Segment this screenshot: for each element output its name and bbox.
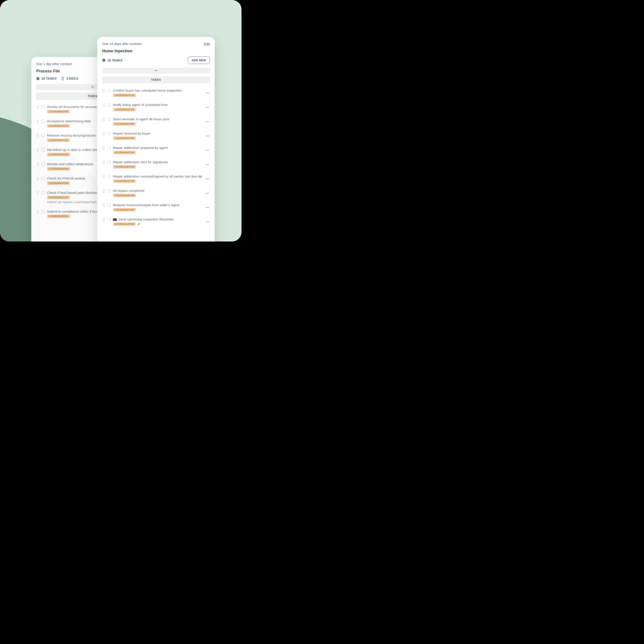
task-more-menu[interactable]: ••• (204, 220, 209, 223)
task-row: All repairs completedCOORDINATOR••• (103, 186, 209, 200)
role-tag: COORDINATOR (47, 124, 70, 128)
role-tag: COORDINATOR (47, 196, 70, 199)
check-circle-icon (102, 59, 106, 62)
task-body: All repairs completedCOORDINATOR (113, 189, 202, 197)
task-row: Repair addendum sent for signaturesCOORD… (103, 157, 209, 172)
task-more-menu[interactable]: ••• (204, 134, 209, 138)
task-checkbox[interactable] (42, 210, 45, 213)
task-row: Notify listing agent of scheduled timeCO… (103, 100, 209, 114)
chevron-up-icon (155, 70, 157, 72)
docs-count: 3 DOCS (61, 77, 78, 80)
drag-handle-icon[interactable] (103, 175, 105, 179)
leaf-icon (137, 222, 140, 226)
role-tag: COORDINATOR (47, 153, 70, 156)
chevron-up-icon (91, 86, 94, 88)
task-more-menu[interactable]: ••• (204, 163, 209, 166)
role-tag: COORDINATOR (47, 167, 70, 171)
task-title: Send reminder to agent 48 hours prior (113, 117, 202, 121)
drag-handle-icon[interactable] (37, 210, 39, 214)
tasks-count-label: 10 TASKS (107, 59, 123, 62)
task-more-menu[interactable]: ••• (204, 106, 209, 109)
task-more-menu[interactable]: ••• (204, 120, 209, 123)
docs-count-label: 3 DOCS (66, 77, 78, 80)
role-tag: COORDINATOR (113, 122, 136, 126)
task-body: Confirm buyer has scheduled home inspect… (113, 89, 202, 97)
task-checkbox[interactable] (42, 177, 45, 180)
task-checkbox[interactable] (108, 146, 111, 149)
tasks-count: 10 TASKS (102, 59, 123, 62)
drag-handle-icon[interactable] (103, 161, 105, 165)
role-tag: COORDINATOR (47, 110, 70, 113)
drag-handle-icon[interactable] (103, 189, 105, 193)
task-more-menu[interactable]: ••• (204, 148, 209, 152)
drag-handle-icon[interactable] (103, 89, 105, 93)
task-checkbox[interactable] (42, 105, 45, 108)
task-checkbox[interactable] (108, 132, 111, 135)
drag-handle-icon[interactable] (103, 218, 105, 222)
drag-handle-icon[interactable] (37, 191, 39, 195)
drag-handle-icon[interactable] (37, 106, 39, 110)
document-icon (61, 77, 64, 80)
task-title: Report received by buyer (113, 131, 202, 135)
role-tag: COORDINATOR (47, 138, 70, 142)
drag-handle-icon[interactable] (103, 204, 105, 208)
task-checkbox[interactable] (42, 163, 45, 166)
task-checkbox[interactable] (42, 191, 45, 194)
task-title: Notify listing agent of scheduled time (113, 103, 202, 107)
task-checkbox[interactable] (108, 189, 111, 192)
task-checkbox[interactable] (42, 148, 45, 151)
task-row: Send Upcoming Inspection ReminderCOORDIN… (103, 215, 209, 229)
task-title: All repairs completed (113, 189, 202, 193)
task-row: Repair addendum received/signed by all p… (103, 172, 209, 186)
drag-handle-icon[interactable] (37, 120, 39, 124)
role-tag: COORDINATOR (113, 151, 136, 154)
task-checkbox[interactable] (108, 103, 111, 106)
task-checkbox[interactable] (42, 134, 45, 137)
tasks-section-header: TASKS (102, 76, 210, 83)
task-body: Notify listing agent of scheduled timeCO… (113, 103, 202, 111)
task-body: Repair addendum sent for signaturesCOORD… (113, 160, 202, 169)
drag-handle-icon[interactable] (103, 132, 105, 136)
task-title: Repair addendum prepared by agent (113, 146, 202, 150)
svg-point-1 (102, 59, 105, 62)
task-checkbox[interactable] (108, 89, 111, 92)
collapse-toggle[interactable] (102, 68, 210, 73)
card-home-inspection: Due 14 days after contract Edit Home Inp… (97, 37, 215, 241)
task-list: Confirm buyer has scheduled home inspect… (102, 86, 210, 229)
add-new-button[interactable]: ADD NEW (188, 57, 210, 64)
task-checkbox[interactable] (42, 120, 45, 123)
task-title: Confirm buyer has scheduled home inspect… (113, 89, 202, 92)
edit-link[interactable]: Edit (204, 42, 210, 46)
drag-handle-icon[interactable] (37, 163, 39, 167)
drag-handle-icon[interactable] (103, 146, 105, 150)
drag-handle-icon[interactable] (103, 118, 105, 122)
task-checkbox[interactable] (108, 118, 111, 121)
task-row: Confirm buyer has scheduled home inspect… (103, 86, 209, 100)
task-more-menu[interactable]: ••• (204, 177, 209, 180)
role-tag: COORDINATOR (113, 136, 136, 140)
check-circle-icon (36, 77, 40, 80)
drag-handle-icon[interactable] (37, 177, 39, 181)
task-row: Send reminder to agent 48 hours priorCOO… (103, 114, 209, 129)
role-tag: COORDINATOR (113, 208, 136, 212)
due-label: Due 14 days after contract (102, 42, 142, 46)
task-more-menu[interactable]: ••• (204, 206, 209, 209)
task-title: Send Upcoming Inspection Reminder (113, 217, 202, 221)
drag-handle-icon[interactable] (37, 134, 39, 138)
task-checkbox[interactable] (108, 203, 111, 207)
svg-point-0 (36, 77, 39, 80)
task-more-menu[interactable]: ••• (204, 91, 209, 95)
due-label: Due 1 day after contract (36, 62, 72, 66)
task-body: Repair addendum received/signed by all p… (113, 174, 202, 183)
role-tag: COORDINATOR (113, 222, 136, 226)
drag-handle-icon[interactable] (103, 104, 105, 108)
task-checkbox[interactable] (108, 218, 111, 221)
envelope-icon (113, 218, 117, 221)
task-title: Repair addendum received/signed by all p… (113, 174, 202, 178)
task-body: Report received by buyerCOORDINATOR (113, 131, 202, 140)
drag-handle-icon[interactable] (37, 148, 39, 153)
task-more-menu[interactable]: ••• (204, 191, 209, 195)
task-checkbox[interactable] (108, 161, 111, 164)
task-row: Repair addendum prepared by agentCOORDIN… (103, 143, 209, 157)
task-checkbox[interactable] (108, 175, 111, 178)
